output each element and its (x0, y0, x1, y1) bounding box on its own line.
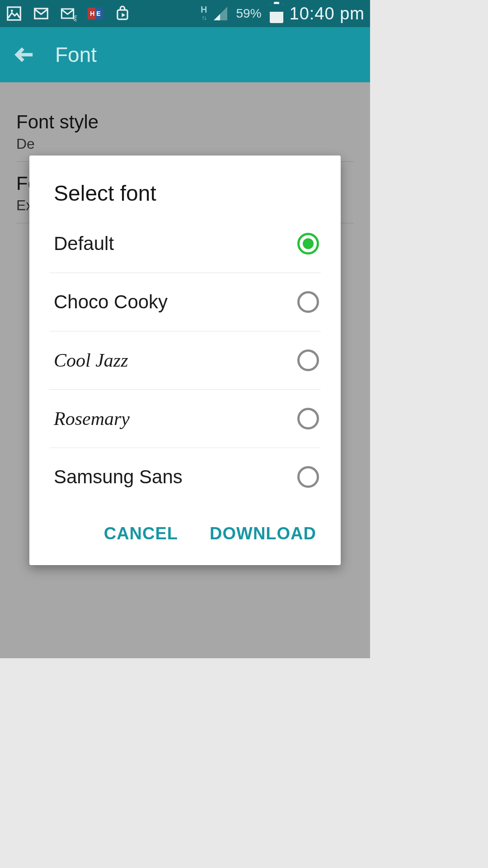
radio-icon[interactable] (297, 408, 319, 429)
mobile-data-icon: H ↑↓ (201, 5, 207, 22)
font-option-samsung-sans[interactable]: Samsung Sans (29, 448, 341, 506)
status-bar: @ H E H ↑↓ 59% 10:40 pm (0, 0, 370, 27)
font-option-label: Cool Jazz (54, 349, 128, 371)
svg-marker-6 (122, 13, 125, 17)
font-option-label: Choco Cooky (54, 291, 168, 313)
page-title: Font (55, 42, 97, 67)
font-option-choco-cooky[interactable]: Choco Cooky (29, 273, 341, 331)
dictionary-icon: H E (87, 5, 104, 22)
battery-percent: 59% (236, 6, 262, 21)
font-style-row[interactable]: Font style De (16, 100, 354, 162)
svg-text:@: @ (73, 14, 77, 22)
gallery-icon (5, 5, 23, 22)
font-option-rosemary[interactable]: Rosemary (29, 390, 341, 448)
message-icon: @ (60, 5, 77, 22)
action-bar: Font (0, 27, 370, 82)
signal-icon (214, 7, 227, 20)
radio-icon[interactable] (297, 466, 319, 488)
font-option-label: Samsung Sans (54, 466, 183, 488)
svg-point-1 (11, 9, 13, 12)
font-option-label: Rosemary (54, 408, 130, 429)
font-option-default[interactable]: Default (29, 215, 341, 273)
radio-icon[interactable] (297, 291, 319, 313)
radio-selected-icon[interactable] (297, 233, 319, 255)
play-store-icon (114, 5, 131, 22)
clock: 10:40 pm (290, 4, 365, 24)
svg-rect-0 (8, 7, 21, 20)
back-icon[interactable] (14, 44, 34, 65)
battery-icon (270, 4, 283, 23)
font-style-title: Font style (16, 111, 354, 133)
dialog-title: Select font (29, 181, 341, 206)
gmail-icon (33, 5, 50, 22)
download-button[interactable]: DOWNLOAD (210, 524, 316, 543)
cancel-button[interactable]: CANCEL (104, 524, 178, 543)
select-font-dialog: Select font Default Choco Cooky Cool Jaz… (29, 156, 341, 565)
font-option-cool-jazz[interactable]: Cool Jazz (29, 331, 341, 389)
radio-icon[interactable] (297, 349, 319, 371)
font-option-label: Default (54, 233, 114, 255)
font-style-value: De (16, 136, 354, 152)
